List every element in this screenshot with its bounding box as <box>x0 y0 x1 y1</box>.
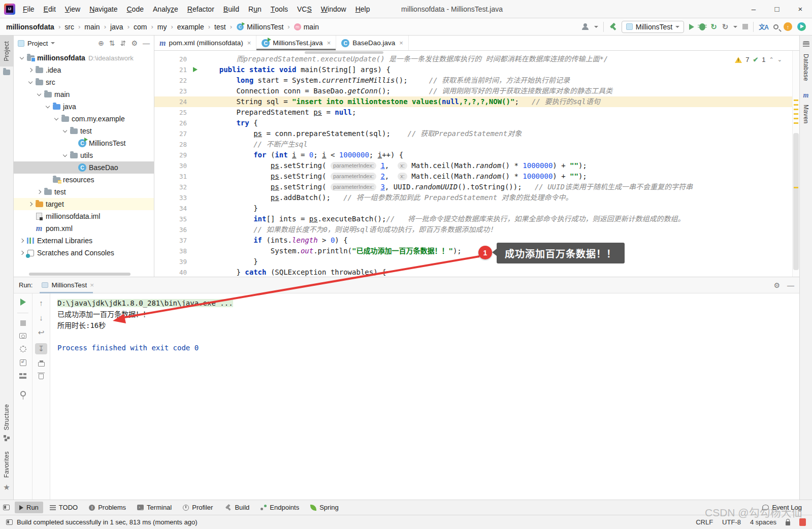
rerun-button[interactable] <box>20 299 26 306</box>
breadcrumb-item-my[interactable]: my <box>157 23 167 31</box>
soft-wrap-button[interactable]: ↩ <box>38 328 45 337</box>
profiler-button[interactable]: ↻ <box>722 22 729 31</box>
code-line-20[interactable]: 20 而preparedStatement.executeUpdate() 是一… <box>154 54 799 64</box>
code-line-22[interactable]: 22 long start = System.currentTimeMillis… <box>154 75 799 86</box>
breadcrumb-item-com[interactable]: com <box>134 23 147 31</box>
sidebar-tab-project[interactable]: Project <box>0 36 13 67</box>
plugin-icon[interactable] <box>797 22 806 31</box>
code-line-39[interactable]: 39 } <box>154 256 799 267</box>
toolwindow-button-spring[interactable]: Spring <box>306 502 343 513</box>
expand-all-icon[interactable]: ⇅ <box>109 39 115 47</box>
project-hscrollbar[interactable] <box>29 273 131 276</box>
toolwindow-button-endpoints[interactable]: Endpoints <box>256 502 304 513</box>
run-config-selector[interactable]: MillionsTest <box>622 21 684 33</box>
tree-item-main[interactable]: main <box>14 88 154 101</box>
sidebar-tab-database[interactable]: Database <box>800 36 812 87</box>
coverage-settings-button[interactable] <box>20 346 26 352</box>
next-warning-icon[interactable]: ⌄ <box>777 56 782 63</box>
menu-item-vcs[interactable]: VCS <box>293 0 316 18</box>
menu-item-edit[interactable]: Edit <box>39 0 60 18</box>
run-button[interactable] <box>689 24 694 30</box>
code-line-30[interactable]: 30 ps.setString( parameterIndex: 1, x: M… <box>154 160 799 171</box>
menu-item-view[interactable]: View <box>60 0 85 18</box>
inspection-widget[interactable]: 7 ✔ 1 ⌃ ⌄ <box>735 56 782 63</box>
tab-basedao-java[interactable]: CBaseDao.java× <box>336 36 409 50</box>
menu-item-code[interactable]: Code <box>122 0 148 18</box>
code-line-32[interactable]: 32 ps.setString( parameterIndex: 3, UUID… <box>154 182 799 192</box>
folder-stripe-icon[interactable] <box>3 70 10 75</box>
error-stripe[interactable] <box>792 51 799 277</box>
code-line-33[interactable]: 33 ps.addBatch(); // 将一组参数添加到此 PreparedS… <box>154 192 799 203</box>
toolwindow-button-terminal[interactable]: ›_Terminal <box>133 502 176 513</box>
tree-item-test[interactable]: test <box>14 186 154 198</box>
tree-chevron[interactable] <box>61 155 69 156</box>
code-area[interactable]: 20 而preparedStatement.executeUpdate() 是一… <box>154 51 799 277</box>
scroll-to-end-button[interactable]: ↧ <box>35 343 47 354</box>
line-ending-selector[interactable]: CRLF <box>696 518 713 526</box>
project-settings-icon[interactable]: ⚙ <box>131 39 138 47</box>
menu-item-file[interactable]: File <box>18 0 39 18</box>
minimize-button[interactable]: – <box>742 0 765 18</box>
toolwindow-switcher-icon[interactable] <box>3 505 10 510</box>
tree-chevron[interactable] <box>18 239 26 242</box>
run-tab-close-icon[interactable]: × <box>90 281 94 289</box>
gutter-fold-column[interactable] <box>191 64 202 75</box>
run-settings-icon[interactable]: ⚙ <box>773 281 780 289</box>
code-line-23[interactable]: 23 Connection conn = BaseDao.getConn(); … <box>154 86 799 96</box>
debug-button[interactable] <box>699 23 705 30</box>
project-view-label[interactable]: Project <box>27 40 48 47</box>
menu-item-refactor[interactable]: Refactor <box>183 0 219 18</box>
breadcrumb-item-test[interactable]: test <box>214 23 226 31</box>
pin-tab-button[interactable] <box>20 391 26 396</box>
menu-item-help[interactable]: Help <box>351 0 375 18</box>
stop-button[interactable] <box>742 24 748 29</box>
tree-chevron[interactable] <box>35 94 43 95</box>
tab-close-icon[interactable]: × <box>399 39 403 47</box>
code-line-38[interactable]: 38 System.out.println("已成功添加一百万条数据！！"); <box>154 246 799 256</box>
tree-chevron[interactable] <box>26 69 35 72</box>
profiler-dropdown-icon[interactable] <box>733 26 737 28</box>
vcs-user-icon[interactable] <box>581 23 589 30</box>
toolwindow-button-run[interactable]: Run <box>15 502 43 513</box>
sidebar-tab-structure[interactable]: Structure <box>0 399 13 446</box>
tree-item-java[interactable]: java <box>14 101 154 113</box>
clear-console-button[interactable] <box>39 374 44 379</box>
code-line-27[interactable]: 27 ps = conn.prepareStatement(sql); // 获… <box>154 128 799 139</box>
breadcrumb-item-millionstest[interactable]: CMillionsTest <box>236 23 283 31</box>
search-everywhere-icon[interactable] <box>773 24 778 29</box>
close-button[interactable]: × <box>789 0 812 18</box>
tree-item-millionsofdata-iml[interactable]: millionsofdata.iml <box>14 210 154 222</box>
locate-file-icon[interactable]: ⊕ <box>98 39 104 47</box>
code-line-26[interactable]: 26 try { <box>154 118 799 128</box>
tree-item-src[interactable]: src <box>14 76 154 88</box>
menu-item-build[interactable]: Build <box>219 0 244 18</box>
console-output[interactable]: D:\java\jdk\jdk1.8.0_281\bin\java.exe ..… <box>50 293 799 500</box>
code-line-25[interactable]: 25 PreparedStatement ps = null; <box>154 107 799 118</box>
toolwindow-button-todo[interactable]: TODO <box>45 502 82 513</box>
tree-item-pom-xml[interactable]: mpom.xml <box>14 222 154 235</box>
hide-panel-icon[interactable]: — <box>143 39 150 47</box>
tab-pom-xml-millionsofdata-[interactable]: mpom.xml (millionsofdata)× <box>154 36 256 50</box>
code-line-40[interactable]: 40 } catch (SQLException throwables) { <box>154 267 799 277</box>
tree-chevron[interactable] <box>61 130 69 132</box>
toolwindow-button-problems[interactable]: !Problems <box>84 502 131 513</box>
breadcrumb-item-main[interactable]: mmain <box>294 23 319 31</box>
menu-item-analyze[interactable]: Analyze <box>148 0 183 18</box>
encoding-selector[interactable]: UTF-8 <box>722 518 741 526</box>
tree-item-millionstest[interactable]: CMillionsTest <box>14 137 154 149</box>
tree-chevron[interactable] <box>44 106 52 108</box>
tab-millionstest-java[interactable]: CMillionsTest.java× <box>256 36 336 50</box>
tree-item-external-libraries[interactable]: External Libraries <box>14 235 154 247</box>
tab-close-icon[interactable]: × <box>247 39 251 47</box>
menu-item-navigate[interactable]: Navigate <box>85 0 122 18</box>
lock-icon[interactable] <box>786 521 790 525</box>
tree-item-utils[interactable]: utils <box>14 149 154 161</box>
translate-icon[interactable]: 文A <box>759 22 768 31</box>
breadcrumb-item-example[interactable]: example <box>177 23 204 31</box>
dump-threads-button[interactable] <box>19 333 26 339</box>
down-stack-button[interactable]: ↓ <box>39 313 43 322</box>
code-line-34[interactable]: 34 } <box>154 203 799 214</box>
tree-item-millionsofdata[interactable]: millionsofdataD:\idealastwork <box>14 52 154 64</box>
run-line-icon[interactable] <box>193 67 198 72</box>
code-line-24[interactable]: 24 String sql = "insert into milliontest… <box>154 96 799 107</box>
